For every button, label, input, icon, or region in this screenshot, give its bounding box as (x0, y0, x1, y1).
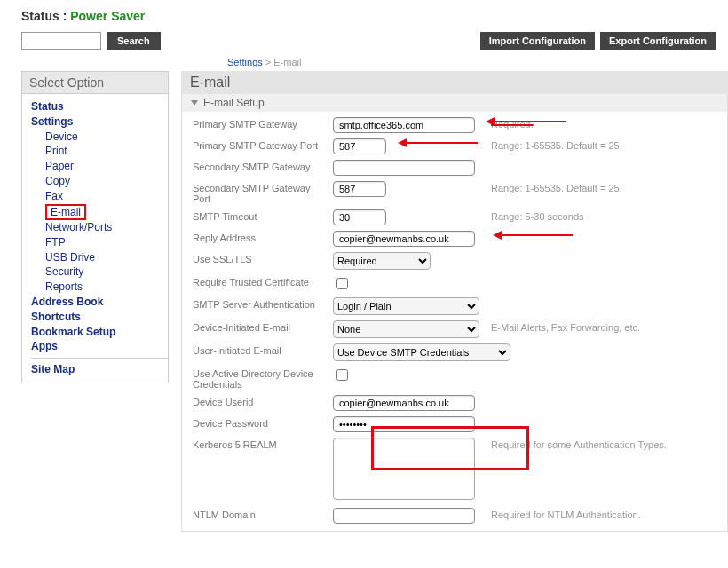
sidebar-item-copy[interactable]: Copy (45, 174, 168, 189)
label-auth: SMTP Server Authentication (193, 297, 326, 310)
secondary-gw-input[interactable] (333, 160, 475, 176)
auth-select[interactable]: Login / Plain (333, 297, 479, 315)
label-primary-port: Primary SMTP Gateway Port (193, 138, 326, 151)
kerberos-input[interactable] (333, 438, 475, 500)
label-secondary-gw: Secondary SMTP Gateway (193, 160, 326, 172)
label-ssl: Use SSL/TLS (193, 252, 326, 264)
sidebar-item-email[interactable]: E-mail (45, 204, 168, 220)
label-kerberos: Kerberos 5 REALM (193, 438, 326, 450)
hint-secondary-port: Range: 1-65535. Default = 25. (491, 181, 716, 193)
primary-gw-input[interactable] (333, 117, 475, 133)
label-trusted: Require Trusted Certificate (193, 275, 326, 288)
import-config-button[interactable]: Import Configuration (480, 32, 595, 50)
divider (31, 358, 168, 359)
breadcrumb: Settings > E-mail (227, 57, 728, 67)
primary-port-input[interactable] (333, 138, 386, 154)
label-password: Device Password (193, 416, 326, 429)
sidebar-item-fax[interactable]: Fax (45, 189, 168, 204)
sidebar-item-network[interactable]: Network/Ports (45, 220, 168, 235)
sidebar-item-addressbook[interactable]: Address Book (31, 295, 168, 310)
password-input[interactable] (333, 416, 475, 432)
chevron-down-icon (191, 100, 198, 106)
user-init-select[interactable]: Use Device SMTP Credentials (333, 343, 510, 361)
label-reply: Reply Address (193, 231, 326, 243)
userid-input[interactable] (333, 395, 475, 411)
sidebar-item-shortcuts[interactable]: Shortcuts (31, 310, 168, 325)
annotation-arrow (502, 234, 573, 236)
section-email-setup[interactable]: E-mail Setup (182, 94, 727, 112)
sidebar-item-settings[interactable]: Settings (31, 114, 168, 130)
status-bar: Status : Power Saver (0, 0, 728, 32)
hint-primary-port: Range: 1-65535. Default = 25. (491, 138, 716, 151)
page-title: E-mail (181, 71, 728, 94)
hint-device-init: E-Mail Alerts, Fax Forwarding, etc. (491, 320, 716, 333)
export-config-button[interactable]: Export Configuration (600, 32, 716, 50)
breadcrumb-parent[interactable]: Settings (227, 57, 263, 67)
device-init-select[interactable]: None (333, 320, 479, 338)
hint-timeout: Range: 5-30 seconds (491, 209, 716, 222)
label-userid: Device Userid (193, 395, 326, 407)
hint-primary-gw: Required. (491, 117, 716, 130)
sidebar-item-security[interactable]: Security (45, 264, 168, 280)
timeout-input[interactable] (333, 209, 386, 225)
sidebar-item-print[interactable]: Print (45, 144, 168, 159)
status-value: Power Saver (70, 9, 145, 23)
sidebar-item-usb[interactable]: USB Drive (45, 250, 168, 265)
ntlm-input[interactable] (333, 508, 475, 524)
label-device-init: Device-Initiated E-mail (193, 320, 326, 333)
sidebar-item-reports[interactable]: Reports (45, 280, 168, 295)
label-secondary-port: Secondary SMTP Gateway Port (193, 181, 326, 204)
ad-checkbox[interactable] (336, 369, 348, 381)
hint-kerberos: Required for some Authentication Types. (491, 438, 716, 450)
sidebar-item-bookmark[interactable]: Bookmark Setup (31, 325, 168, 340)
label-ad: Use Active Directory Device Credentials (193, 367, 326, 390)
sidebar-item-status[interactable]: Status (31, 99, 168, 114)
sidebar: Select Option Status Settings Device Pri… (21, 71, 169, 383)
ssl-select[interactable]: Required (333, 252, 431, 270)
sidebar-item-device[interactable]: Device (45, 130, 168, 145)
annotation-arrow (407, 142, 478, 144)
label-user-init: User-Initiated E-mail (193, 343, 326, 356)
reply-input[interactable] (333, 231, 475, 247)
sidebar-item-ftp[interactable]: FTP (45, 235, 168, 250)
sidebar-title: Select Option (22, 72, 168, 94)
search-button[interactable]: Search (107, 32, 161, 50)
hint-ntlm: Required for NTLM Authentication. (491, 508, 716, 520)
status-label: Status : (21, 9, 70, 23)
sidebar-item-paper[interactable]: Paper (45, 159, 168, 174)
sidebar-item-sitemap[interactable]: Site Map (31, 362, 168, 377)
label-timeout: SMTP Timeout (193, 209, 326, 222)
secondary-port-input[interactable] (333, 181, 386, 197)
label-ntlm: NTLM Domain (193, 508, 326, 520)
sidebar-item-apps[interactable]: Apps (31, 339, 168, 354)
search-input[interactable] (21, 32, 101, 50)
label-primary-gw: Primary SMTP Gateway (193, 117, 326, 130)
breadcrumb-current: E-mail (273, 57, 301, 67)
trusted-checkbox[interactable] (336, 278, 348, 289)
annotation-arrow (495, 121, 566, 122)
